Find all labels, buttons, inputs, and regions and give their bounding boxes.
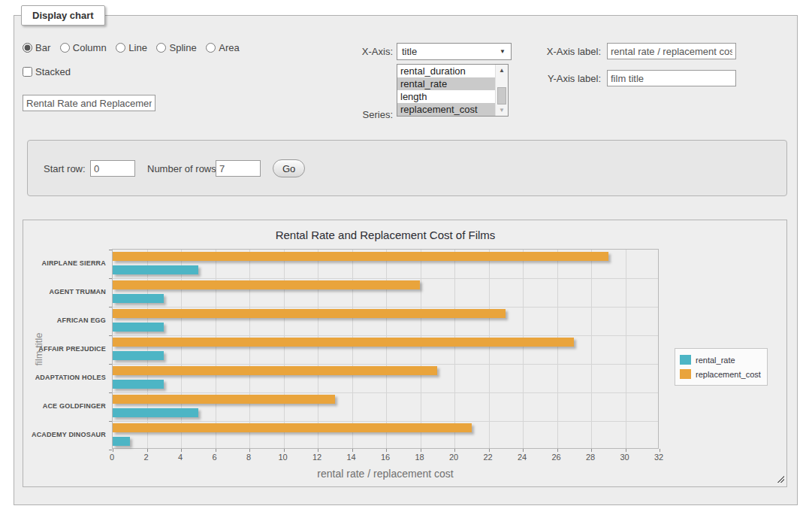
y-axis-label-input[interactable] — [607, 70, 736, 86]
gridline — [113, 335, 658, 336]
start-row-label: Start row: — [44, 163, 86, 174]
x-tick-mark — [216, 449, 216, 452]
chart-type-line-radio[interactable] — [116, 43, 125, 53]
series-listbox[interactable]: rental_durationrental_ratelengthreplacem… — [397, 64, 509, 117]
chart-panel: Rental Rate and Replacement Cost of Film… — [23, 220, 787, 487]
series-option[interactable]: rental_duration — [397, 65, 495, 77]
x-tick-label: 28 — [578, 453, 603, 462]
chart-type-line[interactable]: Line — [116, 42, 147, 53]
chart-type-column-radio[interactable] — [60, 43, 70, 53]
x-tick-label: 32 — [646, 453, 672, 462]
chart-type-column[interactable]: Column — [60, 42, 107, 53]
gridline — [113, 278, 658, 279]
y-tick-mark — [109, 335, 112, 336]
x-tick-label: 6 — [202, 453, 228, 462]
category-label: AFFAIR PREJUDICE — [23, 335, 106, 363]
gridline — [113, 307, 658, 308]
stacked-checkbox[interactable] — [23, 67, 32, 77]
x-tick-labels: 02468101214161820222426283032 — [112, 453, 659, 463]
gridline — [489, 250, 490, 448]
scroll-thumb[interactable] — [497, 87, 506, 105]
chevron-down-icon: ▼ — [500, 48, 506, 55]
x-tick-label: 22 — [475, 453, 501, 462]
plot-area — [112, 249, 659, 449]
fieldset-legend: Display chart — [21, 5, 105, 26]
gridline — [386, 250, 387, 448]
gridline — [113, 421, 658, 422]
x-axis-selected-value: title — [402, 46, 417, 57]
bar-replacement_cost — [113, 423, 472, 432]
chart-legend: rental_rate replacement_cost — [675, 348, 768, 386]
resize-grip-icon[interactable] — [776, 474, 784, 483]
chart-type-area[interactable]: Area — [206, 42, 239, 53]
x-axis-label-label: X-Axis label: — [526, 46, 601, 57]
y-tick-mark — [109, 392, 112, 393]
x-tick-mark — [386, 449, 387, 452]
chart-type-spline[interactable]: Spline — [156, 42, 196, 53]
category-label: ADAPTATION HOLES — [23, 363, 106, 392]
x-tick-label: 8 — [236, 453, 261, 462]
legend-swatch-rental-rate-icon — [680, 355, 691, 365]
x-tick-label: 26 — [544, 453, 569, 462]
scroll-up-icon[interactable]: ▲ — [496, 65, 508, 76]
y-tick-mark — [109, 421, 112, 422]
y-tick-mark — [109, 278, 112, 279]
row-range-panel — [27, 140, 787, 196]
x-tick-label: 20 — [441, 453, 466, 462]
x-tick-label: 16 — [373, 453, 398, 462]
bar-replacement_cost — [113, 338, 574, 347]
bar-replacement_cost — [113, 280, 420, 289]
gridline — [216, 250, 216, 448]
go-button[interactable]: Go — [273, 159, 305, 177]
category-label: AIRPLANE SIERRA — [23, 249, 106, 277]
y-tick-mark — [109, 307, 112, 308]
num-rows-input[interactable] — [216, 160, 261, 177]
x-tick-mark — [591, 449, 592, 452]
x-tick-mark — [523, 449, 524, 452]
chart-type-bar[interactable]: Bar — [23, 42, 50, 53]
bar-rental_rate — [113, 351, 164, 360]
x-tick-mark — [284, 449, 285, 452]
x-axis-select[interactable]: title ▼ — [397, 43, 512, 60]
chart-title-input[interactable] — [23, 95, 155, 111]
x-tick-mark — [147, 449, 148, 452]
x-tick-mark — [113, 449, 113, 452]
bar-replacement_cost — [113, 395, 335, 404]
start-row-input[interactable] — [90, 160, 135, 177]
bar-rental_rate — [113, 265, 198, 274]
bar-rental_rate — [113, 323, 164, 332]
legend-swatch-replacement-cost-icon — [680, 369, 691, 379]
x-tick-label: 12 — [304, 453, 330, 462]
chart-type-spline-radio[interactable] — [156, 43, 166, 53]
x-tick-mark — [249, 449, 250, 452]
gridline — [284, 250, 285, 448]
scroll-down-icon[interactable]: ▼ — [496, 105, 508, 116]
series-scrollbar[interactable]: ▲ ▼ — [495, 65, 508, 116]
series-option[interactable]: rental_rate — [397, 77, 495, 90]
series-option[interactable]: replacement_cost — [397, 103, 495, 116]
x-tick-mark — [421, 449, 421, 452]
bar-rental_rate — [113, 380, 164, 389]
chart-title: Rental Rate and Replacement Cost of Film… — [112, 229, 659, 241]
chart-type-bar-radio[interactable] — [23, 43, 32, 53]
chart-type-radios: Bar Column Line Spline Area — [23, 42, 246, 53]
x-tick-mark — [557, 449, 558, 452]
category-label: ACADEMY DINOSAUR — [23, 420, 106, 449]
x-tick-mark — [454, 449, 455, 452]
gridline — [113, 364, 658, 365]
y-tick-mark — [109, 250, 112, 250]
category-label: ACE GOLDFINGER — [23, 392, 106, 420]
x-tick-label: 30 — [612, 453, 638, 462]
x-axis-label-input[interactable] — [607, 43, 736, 59]
gridline — [147, 250, 148, 448]
y-tick-mark — [109, 450, 112, 450]
x-tick-label: 2 — [134, 453, 159, 462]
stacked-checkbox-label[interactable]: Stacked — [23, 66, 71, 77]
gridline — [113, 392, 658, 393]
gridline — [181, 250, 182, 448]
series-option[interactable]: length — [397, 90, 495, 103]
gridline — [454, 250, 455, 448]
gridline — [626, 250, 626, 448]
y-axis-label-label: Y-Axis label: — [526, 73, 601, 84]
chart-type-area-radio[interactable] — [206, 43, 216, 53]
